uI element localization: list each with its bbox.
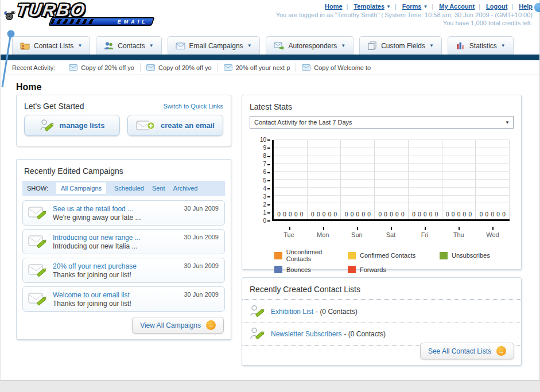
see-all-contact-lists-button[interactable]: See All Contact Lists →: [420, 343, 514, 359]
envelope-pencil-icon: [28, 234, 48, 249]
legend-unsubscribes: Unsubscribes: [440, 249, 521, 262]
header-nav-links: Home Templates▼ Forms▼ My Account Logout…: [276, 3, 533, 10]
campaign-title-link[interactable]: Introducing our new range ...: [53, 234, 141, 242]
filter-sent[interactable]: Sent: [152, 185, 165, 192]
switch-quick-links-link[interactable]: Switch to Quick Links: [163, 103, 223, 110]
tab-statistics[interactable]: Statistics ▼: [448, 36, 514, 55]
campaigns-title: Recently Edited Campaigns: [24, 166, 123, 176]
recent-activity-item[interactable]: 20% off your next p: [218, 63, 297, 72]
logo-stripes: [50, 19, 95, 24]
manage-lists-label: manage lists: [60, 121, 105, 130]
legend-swatch: [274, 266, 282, 273]
nav-link-templates[interactable]: Templates▼: [343, 3, 391, 10]
tab-label: Custom Fields: [381, 42, 425, 50]
nav-link-home[interactable]: Home: [325, 3, 343, 10]
envelope-pencil-icon: [28, 292, 48, 306]
contact-lists-panel: Recently Created Contact Lists Exhibitio…: [242, 277, 522, 366]
nav-link-my-account[interactable]: My Account: [428, 3, 475, 10]
tab-custom-fields[interactable]: Custom Fields ▼: [359, 36, 442, 55]
contacts-icon: [104, 41, 114, 50]
person-pencil-icon: [250, 304, 266, 319]
legend-swatch: [348, 266, 356, 273]
logo-title: TURBO: [15, 2, 154, 19]
person-pencil-icon: [40, 119, 55, 133]
campaign-subtitle: Thanks for joining our list!: [53, 271, 137, 279]
tab-email-campaigns[interactable]: Email Campaigns ▼: [168, 36, 260, 55]
campaign-title-link[interactable]: 20% off your next purchase: [53, 262, 137, 270]
navy-divider-bar: [1, 55, 539, 60]
chevron-down-icon: ▼: [77, 43, 82, 48]
folder-contacts-icon: [20, 41, 30, 50]
chevron-down-icon: ▼: [149, 43, 154, 48]
chevron-down-icon: ▼: [505, 120, 510, 125]
pages-icon: [367, 41, 377, 50]
chart-plot: 00000000000000000000000000000000000: [272, 140, 510, 221]
contact-list-link[interactable]: Exhibition List: [271, 308, 313, 316]
chevron-down-icon: ▼: [386, 4, 391, 9]
envelope-plus-icon: [136, 119, 156, 132]
recent-activity-item[interactable]: Copy of 20% off yo: [63, 63, 141, 72]
campaign-row[interactable]: Welcome to our email list Thanks for joi…: [22, 286, 225, 312]
tab-contacts[interactable]: Contacts ▼: [96, 36, 161, 55]
campaign-row[interactable]: 20% off your next purchase Thanks for jo…: [22, 258, 225, 283]
campaigns-list: See us at the retail food ... We're givi…: [17, 196, 231, 312]
campaign-subtitle: We're giving away our late ...: [53, 214, 141, 222]
legend-swatch: [348, 252, 356, 259]
get-started-title: Let's Get Started: [24, 102, 84, 111]
envelope-icon: [146, 64, 155, 71]
logo-email-bar: EMAIL: [48, 17, 154, 26]
campaign-title-link[interactable]: See us at the retail food ...: [53, 205, 141, 213]
stats-period-select[interactable]: Contact Activity for the Last 7 Days ▼: [250, 116, 514, 129]
nav-link-forms[interactable]: Forms▼: [391, 3, 428, 10]
content-area: Let's Get Started Switch to Quick Links …: [16, 89, 522, 368]
legend-unconfirmed: Unconfirmed Contacts: [274, 249, 348, 262]
nav-link-help[interactable]: Help: [507, 3, 533, 10]
create-email-label: create an email: [161, 121, 215, 130]
pin-decoration-icon: [1, 29, 17, 92]
recent-activity-item[interactable]: Copy of 20% off yo: [141, 63, 218, 72]
chevron-down-icon: ▼: [341, 43, 345, 48]
arrow-right-icon: →: [496, 346, 506, 356]
contact-list-row[interactable]: Exhibition List- (0 Contacts): [242, 301, 521, 323]
contact-list-link[interactable]: Newsletter Subscribers: [271, 330, 341, 338]
create-email-button[interactable]: create an email: [127, 115, 223, 136]
chart-x-labels: TueMonSunSatFriThuWed: [272, 228, 510, 238]
app-window: TURBO EMAIL Home Templates▼ Forms▼ My Ac…: [0, 0, 540, 392]
legend-confirmed: Confirmed Contacts: [348, 249, 440, 262]
tab-label: Autoresponders: [289, 42, 337, 50]
nav-link-logout[interactable]: Logout: [475, 3, 507, 10]
recent-activity-label: Recent Activity:: [12, 64, 55, 71]
legend-forwards: Forwards: [348, 266, 440, 273]
person-pencil-icon: [250, 327, 266, 341]
envelope-pencil-icon: [28, 205, 48, 220]
chart-columns: 00000000000000000000000000000000000: [274, 140, 510, 219]
tab-autoresponders[interactable]: Autoresponders ▼: [266, 36, 354, 55]
contact-list-count: - (0 Contacts): [316, 308, 358, 316]
filter-all-campaigns[interactable]: All Campaigns: [56, 183, 106, 194]
manage-lists-button[interactable]: manage lists: [24, 115, 120, 136]
filter-archived[interactable]: Archived: [173, 185, 198, 192]
view-all-campaigns-button[interactable]: View All Campaigns →: [132, 317, 224, 333]
contact-list-count: - (0 Contacts): [344, 330, 386, 338]
main-nav-tabs: Contact Lists ▼ Contacts ▼ Email Campaig…: [1, 33, 539, 55]
campaign-date: 30 Jun 2009: [184, 234, 219, 240]
chevron-down-icon: ▼: [423, 4, 428, 9]
tab-label: Contacts: [118, 42, 145, 50]
tab-contact-lists[interactable]: Contact Lists ▼: [12, 36, 90, 55]
recent-activity-item[interactable]: Copy of Welcome to: [296, 63, 376, 72]
chevron-down-icon: ▼: [247, 43, 252, 48]
campaign-row[interactable]: See us at the retail food ... We're givi…: [22, 200, 225, 226]
envelope-arrow-icon: [274, 41, 285, 50]
campaign-title-link[interactable]: Welcome to our email list: [53, 291, 131, 299]
tab-label: Contact Lists: [34, 42, 73, 50]
app-logo[interactable]: TURBO EMAIL: [4, 2, 153, 32]
contact-activity-chart: 012345678910 000000000000000000000000000…: [248, 137, 512, 243]
campaign-row[interactable]: Introducing our new range ... Introducin…: [22, 229, 225, 254]
filter-scheduled[interactable]: Scheduled: [114, 185, 144, 192]
chevron-down-icon: ▼: [429, 43, 434, 48]
page-sheet: TURBO EMAIL Home Templates▼ Forms▼ My Ac…: [0, 0, 540, 381]
help-bubble-icon[interactable]: [534, 3, 540, 12]
campaign-date: 30 Jun 2009: [184, 291, 219, 298]
arrow-right-icon: →: [206, 320, 216, 330]
campaign-subtitle: Introducing our new Italia ...: [53, 242, 141, 250]
